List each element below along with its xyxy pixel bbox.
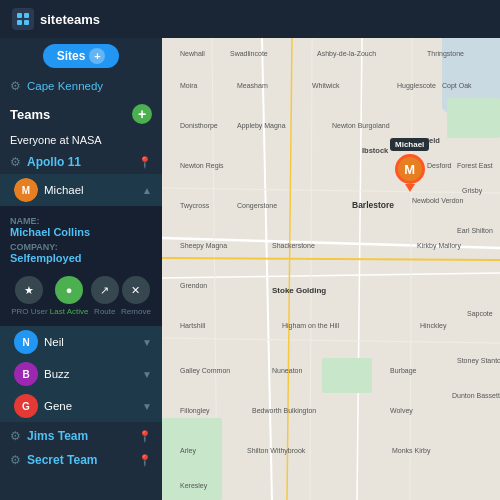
team-name-secret: Secret Team <box>27 453 97 467</box>
svg-text:Newton Regis: Newton Regis <box>180 162 224 170</box>
map-pin-michael[interactable]: Michael M <box>390 138 429 192</box>
svg-text:Moira: Moira <box>180 82 198 89</box>
name-value: Michael Collins <box>10 226 152 238</box>
svg-rect-3 <box>24 20 29 25</box>
remove-label: Remove <box>121 307 151 316</box>
svg-rect-0 <box>17 13 22 18</box>
remove-action[interactable]: ✕ Remove <box>121 276 151 316</box>
svg-text:Earl Shilton: Earl Shilton <box>457 227 493 234</box>
svg-text:Appleby Magna: Appleby Magna <box>237 122 286 130</box>
team-row-apollo11[interactable]: ⚙ Apollo 11 📍 <box>0 150 162 174</box>
team-location-icon: 📍 <box>138 156 152 169</box>
add-team-button[interactable]: + <box>132 104 152 124</box>
team-name-apollo11: Apollo 11 <box>27 155 81 169</box>
svg-rect-2 <box>17 20 22 25</box>
team-gear-icon: ⚙ <box>10 155 21 169</box>
member-row-neil[interactable]: N Neil ▼ <box>0 326 162 358</box>
route-action[interactable]: ↗ Route <box>91 276 119 316</box>
svg-text:Bedworth Bulkington: Bedworth Bulkington <box>252 407 316 415</box>
svg-text:Dunton Bassett: Dunton Bassett <box>452 392 500 399</box>
svg-text:Keresley: Keresley <box>180 482 208 490</box>
jims-location-icon: 📍 <box>138 430 152 443</box>
svg-text:Stoke Golding: Stoke Golding <box>272 286 326 295</box>
company-value: Selfemployed <box>10 252 152 264</box>
svg-text:Ibstock: Ibstock <box>362 146 389 155</box>
svg-text:Desford: Desford <box>427 162 452 169</box>
svg-text:Wolvey: Wolvey <box>390 407 413 415</box>
svg-text:Newbold Verdon: Newbold Verdon <box>412 197 463 204</box>
svg-rect-1 <box>24 13 29 18</box>
sites-add-icon: + <box>89 48 105 64</box>
svg-text:Nuneaton: Nuneaton <box>272 367 302 374</box>
member-actions: ★ PRO User ● Last Active ↗ Route ✕ <box>10 272 152 320</box>
svg-text:Forest East: Forest East <box>457 162 493 169</box>
everyone-label: Everyone at NASA <box>0 130 162 150</box>
secret-location-icon: 📍 <box>138 454 152 467</box>
site-item-label: Cape Kennedy <box>27 80 103 92</box>
jims-gear-icon: ⚙ <box>10 429 21 443</box>
team-name-jims: Jims Team <box>27 429 88 443</box>
svg-text:Newton Burgoland: Newton Burgoland <box>332 122 390 130</box>
map-container[interactable]: Newhall Swadlincote Ashby-de-la-Zouch Th… <box>162 38 500 500</box>
svg-text:Grisby: Grisby <box>462 187 483 195</box>
chevron-gene: ▼ <box>142 401 152 412</box>
member-row-michael[interactable]: M Michael ▲ <box>0 174 162 206</box>
svg-text:Monks Kirby: Monks Kirby <box>392 447 431 455</box>
member-row-gene[interactable]: G Gene ▼ <box>0 390 162 422</box>
sites-section-header: Sites + <box>0 38 162 74</box>
svg-text:Kirkby Mallory: Kirkby Mallory <box>417 242 461 250</box>
svg-text:Hartshill: Hartshill <box>180 322 206 329</box>
svg-text:Measham: Measham <box>237 82 268 89</box>
chevron-up-icon: ▲ <box>142 185 152 196</box>
company-label: COMPANY: <box>10 242 152 252</box>
member-michael: M Michael ▲ NAME: Michael Collins COMPAN… <box>0 174 162 326</box>
route-label: Route <box>94 307 115 316</box>
logo-text: siteteams <box>40 12 100 27</box>
pro-user-label: PRO User <box>11 307 47 316</box>
member-avatar-michael: M <box>14 178 38 202</box>
main-layout: Sites + ⚙ Cape Kennedy Teams + Everyone … <box>0 38 500 500</box>
sidebar: Sites + ⚙ Cape Kennedy Teams + Everyone … <box>0 38 162 500</box>
member-row-buzz[interactable]: B Buzz ▼ <box>0 358 162 390</box>
svg-text:Hugglescote: Hugglescote <box>397 82 436 90</box>
member-expanded-michael: NAME: Michael Collins COMPANY: Selfemplo… <box>0 206 162 326</box>
svg-text:Galley Common: Galley Common <box>180 367 230 375</box>
svg-text:Twycross: Twycross <box>180 202 210 210</box>
svg-text:Shilton Withybrook: Shilton Withybrook <box>247 447 306 455</box>
svg-text:Swadlincote: Swadlincote <box>230 50 268 57</box>
svg-text:Barlestore: Barlestore <box>352 200 394 210</box>
map-pin-label: Michael <box>390 138 429 151</box>
name-label: NAME: <box>10 216 152 226</box>
last-active-action[interactable]: ● Last Active <box>50 276 89 316</box>
svg-text:Congerstone: Congerstone <box>237 202 277 210</box>
svg-text:Donisthorpe: Donisthorpe <box>180 122 218 130</box>
svg-text:Sheepy Magna: Sheepy Magna <box>180 242 227 250</box>
chevron-buzz: ▼ <box>142 369 152 380</box>
site-item-cape-kennedy[interactable]: ⚙ Cape Kennedy <box>0 74 162 98</box>
svg-text:Newhall: Newhall <box>180 50 205 57</box>
svg-text:Stoney Stanton: Stoney Stanton <box>457 357 500 365</box>
svg-text:Grendon: Grendon <box>180 282 207 289</box>
svg-text:Shackerstone: Shackerstone <box>272 242 315 249</box>
team-row-jims[interactable]: ⚙ Jims Team 📍 <box>0 424 162 448</box>
member-name-gene: Gene <box>44 400 72 412</box>
map-svg: Newhall Swadlincote Ashby-de-la-Zouch Th… <box>162 38 500 500</box>
member-avatar-buzz: B <box>14 362 38 386</box>
chevron-neil: ▼ <box>142 337 152 348</box>
svg-text:Hinckley: Hinckley <box>420 322 447 330</box>
secret-gear-icon: ⚙ <box>10 453 21 467</box>
svg-text:Arley: Arley <box>180 447 196 455</box>
teams-section-header: Teams + <box>0 98 162 130</box>
member-avatar-gene: G <box>14 394 38 418</box>
member-avatar-neil: N <box>14 330 38 354</box>
team-row-secret[interactable]: ⚙ Secret Team 📍 <box>0 448 162 472</box>
svg-text:Fillongley: Fillongley <box>180 407 210 415</box>
map-avatar-tail <box>405 184 415 192</box>
svg-rect-16 <box>447 98 500 138</box>
logo-icon <box>12 8 34 30</box>
svg-text:Higham on the Hill: Higham on the Hill <box>282 322 340 330</box>
sites-button[interactable]: Sites + <box>43 44 120 68</box>
member-name-neil: Neil <box>44 336 64 348</box>
app-header: siteteams <box>0 0 500 38</box>
pro-user-action[interactable]: ★ PRO User <box>11 276 47 316</box>
